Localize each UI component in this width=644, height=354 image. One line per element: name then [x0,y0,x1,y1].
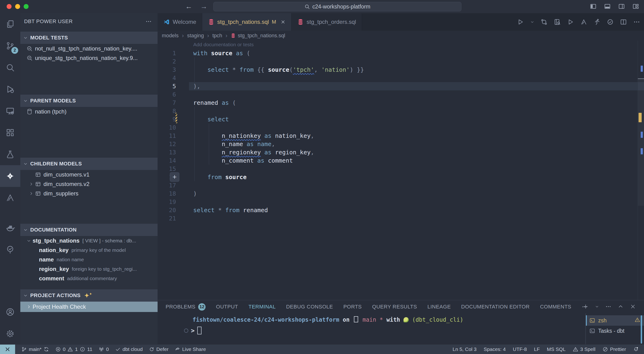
runner-icon[interactable] [594,18,600,25]
tree-item-name[interactable]: namenation name [20,255,158,264]
code-line-14[interactable]: 14 n_comment as comment [158,156,644,165]
eol[interactable]: LF [534,347,540,352]
tree-item-dim-suppliers[interactable]: dim_suppliers [20,189,158,198]
tree-item-nation-tpch[interactable]: nation (tpch) [20,107,158,116]
indentation[interactable]: Spaces: 4 [484,347,506,352]
breadcrumb-item[interactable]: stg_tpch_nations.sql [230,32,285,39]
minimize-window-button[interactable] [15,4,20,9]
code-line-17[interactable]: 17 [158,181,644,190]
layout-panel-icon[interactable] [604,3,611,10]
branch-status[interactable]: main* [21,347,49,352]
tab-stg-tpch-orders[interactable]: stg_tpch_orders.sql [292,13,362,31]
code-line-9[interactable]: 9 select [158,115,644,123]
code-line-6[interactable]: 6 [158,90,644,99]
code-line-5[interactable]: 5), [158,82,644,90]
tab-stg-tpch-nations[interactable]: stg_tpch_nations.sqlM [202,13,292,31]
remote-indicator[interactable] [0,345,15,354]
panel-tab-comments[interactable]: COMMENTS [540,304,571,310]
activity-settings[interactable] [0,323,20,345]
tree-item-dim-customers-v2[interactable]: dim_customers.v2 [20,179,158,189]
code-line-12[interactable]: 12 n_name as name, [158,140,644,148]
panel-tab-terminal[interactable]: TERMINAL [248,304,276,310]
run-icon[interactable] [517,18,524,25]
more-icon[interactable] [633,18,640,25]
section-header-model-tests[interactable]: MODEL TESTS [20,32,158,44]
code-line-8[interactable]: 8 [158,107,644,115]
code-line-13[interactable]: 13 n_regionkey as region_key, [158,148,644,156]
add-test-button[interactable]: + [170,172,179,182]
validate-icon[interactable] [607,18,614,25]
activity-dbt-power-user[interactable] [0,165,20,187]
activity-altimate[interactable] [0,187,20,209]
tree-item-stg-tpch-nations[interactable]: stg_tpch_nations[ VIEW ] - schema : db..… [20,236,158,245]
live-share-status[interactable]: Live Share [174,347,206,352]
terminal-input-line[interactable]: > [184,327,202,335]
code-line-11[interactable]: 11 n_nationkey as nation_key, [158,132,644,140]
activity-explorer[interactable] [0,13,20,35]
activity-testing[interactable] [0,143,20,165]
terminal-instance-zsh[interactable]: zsh [586,315,644,326]
tree-item-not-null-stg-tpch-nations-nation-key[interactable]: not_null_stg_tpch_nations_nation_key.... [20,44,158,53]
section-header-project-actions[interactable]: PROJECT ACTIONS✦✦ [20,289,158,302]
activity-extensions[interactable] [0,122,20,143]
tree-item-unique-stg-tpch-nations-nation-key-9[interactable]: unique_stg_tpch_nations_nation_key.9... [20,53,158,63]
query-preview-icon[interactable] [554,18,561,25]
ports-status[interactable]: 0 [98,347,109,352]
code-line-20[interactable]: 20select * from renamed [158,206,644,214]
code-line-15[interactable]: 15 [158,165,644,173]
terminal-list-scrollbar[interactable] [641,315,642,344]
overview-ruler[interactable] [638,40,644,300]
code-line-7[interactable]: 7renamed as ( [158,99,644,107]
command-center-search[interactable]: c24-workshops-platform [213,2,462,11]
scrollbar-slider[interactable] [638,78,644,206]
altimate-icon[interactable] [580,18,587,25]
panel-tab-ports[interactable]: PORTS [343,304,362,310]
panel-tab-documentation-editor[interactable]: DOCUMENTATION EDITOR [461,304,530,310]
activity-docker[interactable] [0,217,20,239]
codelens-action[interactable]: Add documentation or tests [193,42,254,47]
split-icon[interactable] [620,18,627,25]
notifications[interactable] [633,347,639,352]
plus-icon[interactable] [582,304,589,310]
chev-down-icon[interactable] [530,20,534,24]
layout-custom-icon[interactable] [632,3,639,10]
tree-item-region-key[interactable]: region_keyforeign key to stg_tpch_regi..… [20,264,158,274]
encoding[interactable]: UTF-8 [513,347,527,352]
code-editor[interactable]: Add documentation or tests 1with source … [158,40,644,300]
code-line-19[interactable]: 19 [158,198,644,206]
activity-remote-explorer[interactable] [0,100,20,122]
chev-up-icon[interactable] [618,304,624,310]
breadcrumb-item[interactable]: tpch [212,32,222,39]
panel-tab-output[interactable]: OUTPUT [216,304,238,310]
terminal-output[interactable]: fishtown/coalesce-24/c24-workshops-platf… [158,314,586,345]
tree-item-nation-key[interactable]: nation_keyprimary key of the model [20,245,158,255]
code-line-21[interactable]: 21 [158,214,644,223]
dbt-compare-icon[interactable] [540,18,548,25]
activity-project-health[interactable] [0,239,20,261]
tree-item-dim-customers-v1[interactable]: dim_customers.v1 [20,170,158,179]
terminal-instance-tasks-dbt[interactable]: Tasks - dbt [586,326,644,336]
code-line-10[interactable]: 10 [158,123,644,132]
defer-status[interactable]: Defer [149,347,168,352]
layout-sidebar-right-icon[interactable] [618,3,625,10]
execute-icon[interactable] [567,18,574,25]
activity-accounts[interactable] [0,301,20,323]
panel-tab-debug-console[interactable]: DEBUG CONSOLE [286,304,333,310]
breadcrumb-item[interactable]: staging [187,32,204,39]
tree-item-project-health-check[interactable]: Project Health Check [20,302,158,312]
activity-search[interactable] [0,57,20,78]
tree-item-comment[interactable]: commentadditional commentary [20,274,158,283]
forward-button[interactable]: → [200,2,208,10]
close-icon[interactable] [630,304,636,310]
close-window-button[interactable] [6,4,12,9]
panel-tab-problems[interactable]: PROBLEMS12 [166,303,206,311]
code-line-18[interactable]: 18) [158,190,644,198]
tab-welcome[interactable]: Welcome [158,13,202,31]
code-line-1[interactable]: 1with source as ( [158,49,644,57]
panel-tab-lineage[interactable]: LINEAGE [427,304,451,310]
activity-source-control[interactable]: 2 [0,35,20,57]
breadcrumb-item[interactable]: models [162,32,178,39]
layout-sidebar-left-icon[interactable] [590,3,597,10]
prettier[interactable]: Prettier [602,347,626,352]
more-icon[interactable] [605,304,612,310]
